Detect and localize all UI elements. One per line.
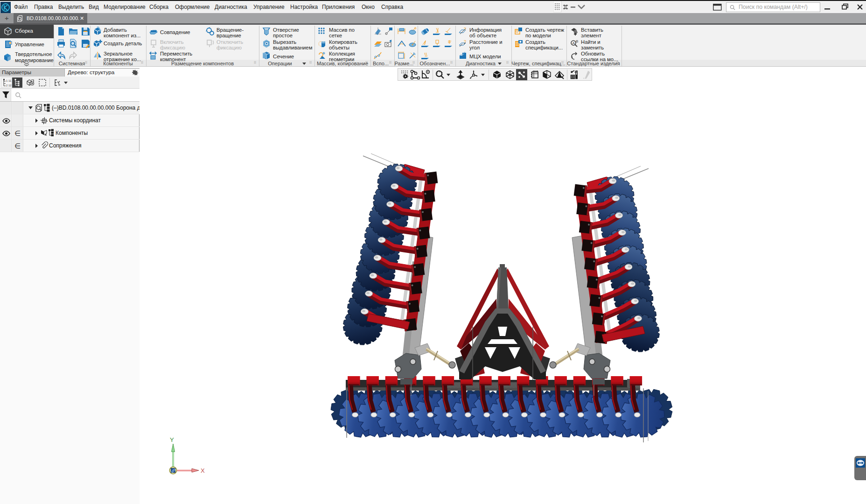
svg-text:2 12: 2 12 [6,84,12,87]
svg-text:?: ? [464,27,466,31]
svg-text:A: A [573,41,575,45]
svg-text:X: X [201,467,205,474]
svg-text:?: ? [464,39,466,44]
svg-text:Y: Y [170,436,174,443]
svg-text:1 11: 1 11 [6,79,12,82]
svg-text:B: B [576,39,578,43]
